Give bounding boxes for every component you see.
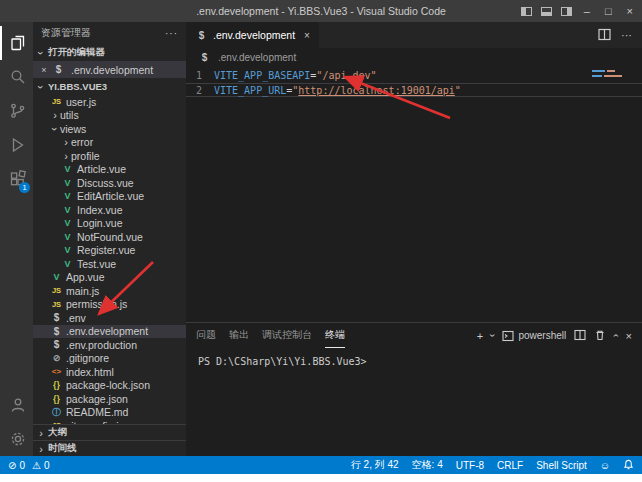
project-root-header[interactable]: › YI.BBS.VUE3: [33, 78, 186, 95]
tree-item[interactable]: VNotFound.vue: [33, 230, 186, 244]
file-name: Register.vue: [77, 244, 135, 256]
tree-item[interactable]: {}package.json: [33, 392, 186, 406]
file-name: App.vue: [66, 271, 105, 283]
bottom-panel: 问题输出调试控制台终端 + › powershell: [186, 322, 642, 456]
maximize-button[interactable]: □: [602, 0, 615, 22]
minimap[interactable]: [592, 70, 628, 80]
cursor-position[interactable]: 行 2, 列 42: [351, 458, 399, 472]
editor-tab-bar: $ .env.development × ···: [186, 22, 642, 48]
tree-item[interactable]: JSpermission.js: [33, 298, 186, 312]
tree-item[interactable]: ›profile: [33, 149, 186, 163]
env-file-icon: $: [52, 64, 65, 75]
close-editor-icon[interactable]: ×: [39, 65, 49, 75]
eol-status[interactable]: CRLF: [497, 460, 523, 471]
toggle-panel-icon[interactable]: [541, 7, 552, 16]
vue-file-icon: V: [61, 164, 74, 174]
file-name: EditArticle.vue: [77, 190, 144, 202]
tree-item[interactable]: VIndex.vue: [33, 203, 186, 217]
panel-tab-2[interactable]: 调试控制台: [262, 323, 312, 348]
explorer-icon[interactable]: [0, 26, 33, 60]
tab-label: .env.development: [213, 29, 295, 41]
open-editor-item[interactable]: × $ .env.development: [33, 61, 186, 78]
kill-terminal-trash-icon[interactable]: [594, 329, 606, 343]
outline-section[interactable]: › 大纲: [33, 424, 186, 440]
terminal-dropdown-icon[interactable]: ›: [487, 334, 498, 337]
toggle-secondary-sidebar-icon[interactable]: [561, 7, 572, 16]
source-control-icon[interactable]: [0, 94, 33, 128]
language-mode[interactable]: Shell Script: [536, 460, 587, 471]
file-name: .env.development: [66, 325, 148, 337]
account-icon[interactable]: [0, 388, 33, 422]
tree-item[interactable]: ›error: [33, 136, 186, 150]
tree-item[interactable]: VDiscuss.vue: [33, 176, 186, 190]
code-line[interactable]: 1VITE_APP_BASEAPI="/api-dev": [186, 69, 642, 83]
env-file-icon: $: [50, 339, 63, 350]
code-line[interactable]: 2VITE_APP_URL="http://localhost:19001/ap…: [186, 83, 642, 97]
open-editors-label: 打开的编辑器: [48, 46, 105, 59]
error-count: 0: [19, 460, 25, 471]
terminal-shell-item[interactable]: powershell: [502, 330, 566, 342]
breadcrumb[interactable]: $ .env.development: [186, 48, 642, 66]
close-tab-icon[interactable]: ×: [304, 30, 310, 41]
tree-item[interactable]: VTest.vue: [33, 257, 186, 271]
tree-item[interactable]: ›utils: [33, 109, 186, 123]
problems-status[interactable]: ⊘ 0 ⚠ 0: [8, 460, 49, 471]
tree-item[interactable]: ⓘREADME.md: [33, 406, 186, 420]
notifications-bell-icon[interactable]: [623, 459, 634, 472]
split-terminal-icon[interactable]: [574, 329, 586, 343]
indentation-status[interactable]: 空格: 4: [412, 458, 443, 472]
tree-item[interactable]: ›views: [33, 122, 186, 136]
status-bar: ⊘ 0 ⚠ 0 行 2, 列 42 空格: 4 UTF-8 CRLF Shell…: [0, 456, 642, 474]
project-root-label: YI.BBS.VUE3: [48, 81, 107, 92]
encoding-status[interactable]: UTF-8: [456, 460, 484, 471]
tree-item[interactable]: JSuser.js: [33, 95, 186, 109]
sidebar-title: 资源管理器: [41, 26, 91, 40]
code-token: VITE_APP_URL: [214, 84, 286, 96]
file-name: package-lock.json: [66, 379, 150, 391]
maximize-panel-icon[interactable]: ›: [610, 334, 621, 337]
file-name: user.js: [66, 96, 96, 108]
tree-item[interactable]: VLogin.vue: [33, 217, 186, 231]
feedback-smiley-icon[interactable]: ☺: [600, 460, 610, 471]
toggle-sidebar-icon[interactable]: [521, 7, 532, 16]
close-panel-icon[interactable]: ×: [626, 330, 632, 342]
more-actions-icon[interactable]: ···: [165, 28, 178, 39]
code-editor[interactable]: 1VITE_APP_BASEAPI="/api-dev"2VITE_APP_UR…: [186, 66, 642, 322]
minimize-button[interactable]: –: [581, 0, 593, 22]
file-name: .env: [66, 312, 86, 324]
tree-item[interactable]: <>index.html: [33, 365, 186, 379]
panel-tab-1[interactable]: 输出: [229, 323, 249, 348]
split-editor-icon[interactable]: [598, 28, 611, 43]
tree-item[interactable]: $.env.development: [33, 325, 186, 339]
extensions-icon[interactable]: 1: [0, 162, 33, 196]
run-debug-icon[interactable]: [0, 128, 33, 162]
tree-item[interactable]: $.env: [33, 311, 186, 325]
file-name: NotFound.vue: [77, 231, 143, 243]
timeline-section[interactable]: › 时间线: [33, 440, 186, 456]
editor-more-actions-icon[interactable]: ···: [621, 29, 632, 41]
vue-file-icon: V: [61, 178, 74, 188]
tree-item[interactable]: VEditArticle.vue: [33, 190, 186, 204]
vue-file-icon: V: [61, 205, 74, 215]
settings-gear-icon[interactable]: [0, 422, 33, 456]
close-button[interactable]: ×: [624, 0, 636, 22]
editor-tab[interactable]: $ .env.development ×: [186, 22, 319, 48]
tree-item[interactable]: JSmain.js: [33, 284, 186, 298]
panel-tab-0[interactable]: 问题: [196, 323, 216, 348]
file-name: .gitignore: [66, 352, 109, 364]
tree-item[interactable]: VRegister.vue: [33, 244, 186, 258]
tree-item[interactable]: ⊘.gitignore: [33, 352, 186, 366]
open-editors-header[interactable]: › 打开的编辑器: [33, 44, 186, 61]
panel-tab-3[interactable]: 终端: [325, 323, 345, 348]
new-terminal-icon[interactable]: +: [477, 330, 483, 342]
tree-item[interactable]: VApp.vue: [33, 271, 186, 285]
vue-file-icon: V: [61, 191, 74, 201]
terminal-output[interactable]: PS D:\CSharp\Yi\Yi.BBS.Vue3>: [186, 348, 642, 456]
file-name: views: [60, 123, 86, 135]
extensions-badge: 1: [19, 182, 30, 193]
tree-item[interactable]: $.env.production: [33, 338, 186, 352]
env-file-icon: $: [198, 52, 211, 63]
tree-item[interactable]: {}package-lock.json: [33, 379, 186, 393]
search-icon[interactable]: [0, 60, 33, 94]
tree-item[interactable]: VArticle.vue: [33, 163, 186, 177]
